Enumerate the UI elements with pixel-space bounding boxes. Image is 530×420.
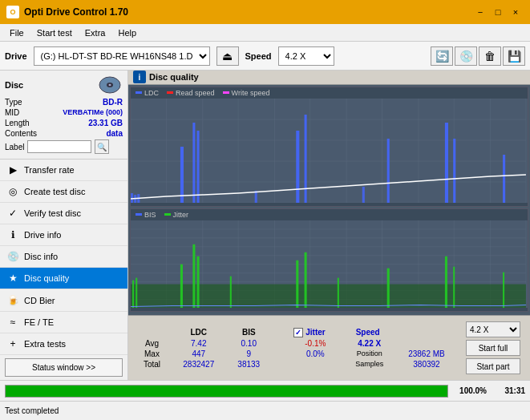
minimize-button[interactable]: − — [472, 5, 488, 19]
svg-rect-33 — [445, 123, 448, 203]
disc-label-row: Label 🔍 — [5, 139, 123, 154]
svg-rect-92 — [387, 269, 390, 309]
stats-max-row: Max 447 9 0.0% Position 23862 MB — [133, 349, 458, 359]
ldc-chart: LDC Read speed Write speed — [130, 87, 528, 207]
close-button[interactable]: × — [508, 5, 524, 19]
sidebar-item-label: Create test disc — [24, 187, 85, 196]
maximize-button[interactable]: □ — [490, 5, 506, 19]
disc-contents-row: Contents data — [5, 129, 123, 138]
svg-rect-26 — [192, 123, 195, 203]
app-icon: O — [6, 6, 19, 18]
sidebar-item-label: FE / TE — [24, 317, 54, 327]
svg-rect-25 — [180, 147, 184, 203]
svg-point-2 — [109, 84, 111, 86]
disc-section-title: Disc — [5, 80, 23, 90]
charts-area: LDC Read speed Write speed — [128, 85, 530, 316]
sidebar-item-label: Drive info — [24, 230, 61, 240]
start-full-button[interactable]: Start full — [466, 340, 520, 356]
read-speed-legend: Read speed — [167, 89, 215, 97]
svg-rect-82 — [131, 285, 526, 309]
title-bar-left: O Opti Drive Control 1.70 — [6, 6, 128, 18]
disc-mid-row: MID VERBATIMe (000) — [5, 108, 123, 117]
stats-total-row: Total 2832427 38133 Samples 380392 — [133, 359, 458, 370]
svg-rect-22 — [131, 193, 133, 203]
menu-help[interactable]: Help — [111, 26, 143, 39]
sidebar-item-disc-quality[interactable]: ★ Disc quality — [0, 268, 127, 289]
sidebar-item-transfer-rate[interactable]: ▶ Transfer rate — [0, 160, 127, 181]
svg-rect-83 — [132, 281, 134, 309]
menu-file[interactable]: File — [3, 26, 30, 39]
start-part-button[interactable]: Start part — [466, 358, 520, 374]
bis-chart-svg: 10 9 8 7 6 5 4 3 2 1 10% 8% 6% 4% 2% — [131, 220, 528, 308]
verify-icon: ✓ — [6, 207, 19, 220]
menu-bar: File Start test Extra Help — [0, 24, 530, 42]
svg-rect-89 — [296, 260, 298, 309]
window-controls: − □ × — [472, 5, 524, 19]
sidebar: Disc Type BD-R MID VERBATIMe (000) Lengt… — [0, 71, 128, 380]
jitter-checkbox[interactable]: ✓ — [293, 328, 303, 337]
svg-rect-90 — [305, 252, 307, 309]
content-area: i Disc quality LDC Read speed — [128, 71, 530, 380]
disc-quality-title: Disc quality — [149, 72, 199, 82]
drive-refresh-button[interactable]: 🔄 — [431, 46, 453, 66]
progress-area: 100.0% 31:31 — [0, 380, 530, 401]
svg-rect-35 — [503, 155, 505, 203]
sidebar-item-extra-tests[interactable]: + Extra tests — [0, 333, 127, 355]
progress-bar-inner — [6, 386, 447, 397]
disc-label-button[interactable]: 🔍 — [95, 139, 109, 154]
drive-burn-button[interactable]: 💿 — [455, 46, 477, 66]
svg-rect-87 — [197, 256, 200, 309]
sidebar-item-label: Verify test disc — [24, 208, 81, 218]
stats-avg-row: Avg 7.42 0.10 -0.1% 4.22 X — [133, 338, 458, 349]
disc-panel: Disc Type BD-R MID VERBATIMe (000) Lengt… — [0, 71, 127, 160]
title-bar: O Opti Drive Control 1.70 − □ × — [0, 0, 530, 24]
disc-quality-header-icon: i — [133, 71, 146, 83]
sidebar-item-fe-te[interactable]: ≈ FE / TE — [0, 312, 127, 333]
jitter-legend: Jitter — [164, 211, 189, 219]
sidebar-item-verify[interactable]: ✓ Verify test disc — [0, 203, 127, 224]
speed-select[interactable]: 4.2 X — [278, 46, 334, 66]
ldc-chart-svg: 500 400 300 200 100 18X 16X 14X 12X 10X … — [131, 99, 528, 203]
speed-label: Speed — [245, 51, 272, 61]
status-bar: Test completed — [0, 401, 530, 420]
drive-info-icon: ℹ — [6, 228, 19, 241]
sidebar-item-label: Disc quality — [24, 273, 69, 283]
svg-rect-88 — [230, 277, 232, 309]
disc-length-row: Length 23.31 GB — [5, 119, 123, 127]
svg-rect-86 — [192, 244, 195, 309]
drive-save-button[interactable]: 💾 — [503, 46, 525, 66]
progress-percent: 100.0% — [455, 386, 487, 395]
svg-rect-91 — [338, 278, 339, 309]
drive-action-buttons: 🔄 💿 🗑 💾 — [431, 46, 525, 66]
menu-extra[interactable]: Extra — [79, 26, 112, 39]
sidebar-item-create-test[interactable]: ◎ Create test disc — [0, 181, 127, 203]
disc-type-row: Type BD-R — [5, 98, 123, 107]
svg-rect-95 — [503, 273, 504, 309]
stats-table: LDC BIS ✓ Jitter Speed — [133, 327, 458, 370]
create-test-icon: ◎ — [6, 185, 19, 198]
fe-te-icon: ≈ — [6, 316, 19, 329]
extra-tests-icon: + — [6, 337, 19, 350]
app-title: Opti Drive Control 1.70 — [24, 6, 128, 18]
drive-erase-button[interactable]: 🗑 — [479, 46, 501, 66]
sidebar-item-cd-bier[interactable]: 🍺 CD Bier — [0, 289, 127, 311]
stats-speed-select[interactable]: 4.2 X — [466, 321, 520, 337]
progress-time: 31:31 — [493, 386, 525, 395]
write-speed-legend: Write speed — [223, 89, 270, 97]
drive-eject-button[interactable]: ⏏ — [216, 46, 239, 66]
menu-start-test[interactable]: Start test — [30, 26, 79, 39]
drive-select[interactable]: (G:) HL-DT-ST BD-RE WH16NS48 1.D3 — [34, 46, 210, 66]
bis-chart: BIS Jitter — [130, 208, 528, 312]
disc-header: Disc — [5, 75, 123, 95]
progress-bar-outer — [5, 385, 448, 398]
sidebar-item-label: Extra tests — [24, 339, 66, 349]
status-window-button[interactable]: Status window >> — [5, 358, 123, 377]
svg-rect-30 — [305, 115, 307, 203]
sidebar-item-disc-info[interactable]: 💿 Disc info — [0, 246, 127, 268]
svg-rect-31 — [362, 187, 365, 203]
svg-rect-85 — [180, 265, 183, 309]
sidebar-item-drive-info[interactable]: ℹ Drive info — [0, 224, 127, 246]
disc-label-input[interactable] — [27, 140, 91, 153]
sidebar-item-label: Disc info — [24, 252, 58, 261]
svg-rect-94 — [453, 267, 455, 309]
